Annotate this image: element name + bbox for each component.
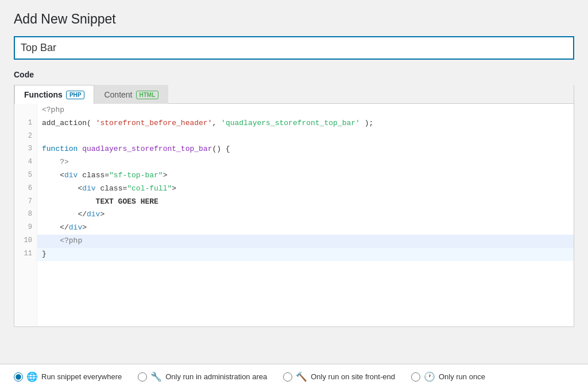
code-line: 1 add_action( 'storefront_before_header'… xyxy=(14,117,574,130)
code-line xyxy=(14,313,574,326)
code-line xyxy=(14,274,574,287)
tab-content-label: Content xyxy=(104,90,132,99)
bottom-bar: 🌐 Run snippet everywhere 🔧 Only run in a… xyxy=(0,364,588,389)
line-content xyxy=(37,287,574,300)
code-line: 2 xyxy=(14,130,574,143)
line-number: 7 xyxy=(14,196,37,209)
run-option-admin[interactable]: 🔧 Only run in administration area xyxy=(138,371,267,382)
line-content: add_action( 'storefront_before_header', … xyxy=(37,117,574,130)
line-number: 11 xyxy=(14,248,37,261)
code-line: 5 <div class="sf-top-bar"> xyxy=(14,169,574,182)
line-number: 4 xyxy=(14,156,37,169)
code-line: 10 <?php xyxy=(14,235,574,248)
tab-functions-badge: PHP xyxy=(66,91,85,99)
radio-once[interactable] xyxy=(411,372,420,382)
line-content xyxy=(37,261,574,274)
line-number xyxy=(14,104,37,117)
line-number: 8 xyxy=(14,208,37,221)
radio-once-label: Only run once xyxy=(439,372,485,381)
run-option-once[interactable]: 🕐 Only run once xyxy=(411,371,485,382)
code-lines: <?php 1 add_action( 'storefront_before_h… xyxy=(14,104,574,326)
code-line: 9 </div> xyxy=(14,221,574,235)
line-content: </div> xyxy=(37,208,574,221)
radio-frontend-label: Only run on site front-end xyxy=(311,372,395,381)
code-line xyxy=(14,261,574,274)
run-option-frontend[interactable]: 🔨 Only run on site front-end xyxy=(283,371,395,382)
wrench-icon: 🔧 xyxy=(150,371,162,382)
tab-functions-label: Functions xyxy=(24,90,63,99)
line-content: <div class="sf-top-bar"> xyxy=(37,169,574,182)
radio-admin-label: Only run in administration area xyxy=(165,372,267,381)
code-line: 6 <div class="col-full"> xyxy=(14,182,574,196)
line-content xyxy=(37,313,574,326)
tabs-bar: Functions PHP Content HTML xyxy=(14,85,574,104)
line-number: 3 xyxy=(14,143,37,156)
globe-icon: 🌐 xyxy=(26,371,38,382)
line-number: 10 xyxy=(14,235,37,248)
code-line: <?php xyxy=(14,104,574,117)
code-line: 3 function quadlayers_storefront_top_bar… xyxy=(14,143,574,156)
line-content: } xyxy=(37,248,574,261)
tab-content-badge: HTML xyxy=(136,91,159,99)
line-content: TEXT GOES HERE xyxy=(37,196,574,209)
code-line: 11 } xyxy=(14,248,574,261)
line-content: <?php xyxy=(37,235,574,248)
line-content: ?> xyxy=(37,156,574,169)
line-number xyxy=(14,313,37,326)
radio-frontend[interactable] xyxy=(283,372,292,382)
line-content: function quadlayers_storefront_top_bar()… xyxy=(37,143,574,156)
line-content: </div> xyxy=(37,221,574,235)
line-content xyxy=(37,300,574,313)
line-content: <div class="col-full"> xyxy=(37,182,574,196)
line-number: 2 xyxy=(14,130,37,143)
page-wrapper: Add New Snippet Code Functions PHP Conte… xyxy=(0,0,588,389)
radio-admin[interactable] xyxy=(138,372,147,382)
code-label: Code xyxy=(14,70,574,79)
line-content: <?php xyxy=(37,104,574,117)
code-line: 7 TEXT GOES HERE xyxy=(14,196,574,209)
code-editor: <?php 1 add_action( 'storefront_before_h… xyxy=(14,104,574,326)
radio-everywhere[interactable] xyxy=(14,372,23,382)
snippet-name-input[interactable] xyxy=(14,36,574,60)
radio-everywhere-label: Run snippet everywhere xyxy=(41,372,122,381)
line-number: 1 xyxy=(14,117,37,130)
line-number: 6 xyxy=(14,182,37,196)
tab-content[interactable]: Content HTML xyxy=(94,85,168,104)
code-line: 4 ?> xyxy=(14,156,574,169)
tab-functions[interactable]: Functions PHP xyxy=(14,85,94,104)
line-number: 5 xyxy=(14,169,37,182)
code-line xyxy=(14,300,574,313)
line-number xyxy=(14,261,37,274)
clock-icon: 🕐 xyxy=(424,371,435,382)
run-option-everywhere[interactable]: 🌐 Run snippet everywhere xyxy=(14,371,122,382)
page-title: Add New Snippet xyxy=(14,11,574,27)
line-content xyxy=(37,130,574,143)
code-line xyxy=(14,287,574,300)
tabs-container: Functions PHP Content HTML <?php 1 add_a… xyxy=(14,85,574,327)
hammer-icon: 🔨 xyxy=(296,371,307,382)
line-number xyxy=(14,300,37,313)
line-number: 9 xyxy=(14,221,37,235)
code-line: 8 </div> xyxy=(14,208,574,221)
line-number xyxy=(14,274,37,287)
line-number xyxy=(14,287,37,300)
line-content xyxy=(37,274,574,287)
